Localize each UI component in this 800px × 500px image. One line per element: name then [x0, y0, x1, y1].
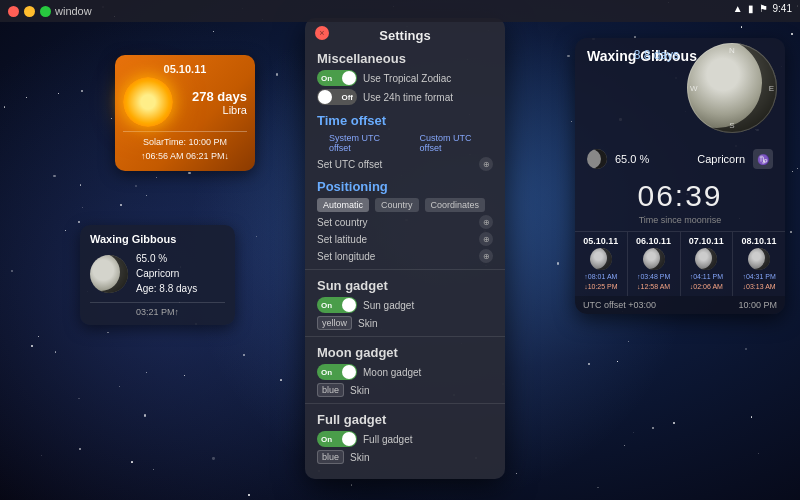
moon-date-date: 08.10.11: [737, 236, 781, 246]
section-positioning-title: Positioning: [317, 179, 493, 194]
toggle-moon-knob: [342, 365, 356, 379]
moon-small-icon: [90, 255, 128, 293]
moon-small-body: 65.0 % Capricorn Age: 8.8 days: [90, 251, 225, 296]
window-title: window: [55, 5, 92, 17]
sign-icon: ♑: [753, 149, 773, 169]
toggle-full-knob: [342, 432, 356, 446]
toggle-sun[interactable]: On Off: [317, 297, 357, 313]
sun-days: 278 days: [192, 89, 247, 104]
moon-set-time: ↓02:06 AM: [685, 282, 729, 292]
toggle-24h[interactable]: On Off: [317, 89, 357, 105]
moon-date-icon: [590, 248, 612, 270]
compass-w: W: [690, 84, 698, 93]
full-gadget-label: Full gadget: [363, 434, 412, 445]
sun-solar-time: SolarTime: 10:00 PM: [123, 136, 247, 150]
moon-rise-time: ↑03:48 PM: [632, 272, 676, 282]
utc-links: System UTC offset Custom UTC offset: [317, 132, 493, 154]
moon-small-info: 65.0 % Capricorn Age: 8.8 days: [136, 251, 197, 296]
divider2: [305, 336, 505, 337]
moon-small-sign: Capricorn: [136, 266, 197, 281]
sun-date: 05.10.11: [123, 63, 247, 75]
local-time: 10:00 PM: [738, 300, 777, 310]
system-utc-link[interactable]: System UTC offset: [329, 133, 390, 153]
compass-n: N: [729, 46, 735, 55]
sun-skin-select[interactable]: yellow: [317, 316, 352, 330]
moon-date-cell: 08.10.11 ↑04:31 PM ↓03:13 AM: [733, 232, 785, 296]
set-latitude-row: Set latitude ⊕: [317, 232, 493, 246]
set-country-icon[interactable]: ⊕: [479, 215, 493, 229]
moon-skin-row: blue Skin: [317, 383, 493, 397]
sun-times: ↑06:56 AM 06:21 PM↓: [123, 150, 247, 164]
toggle-off-label2: Off: [341, 93, 353, 102]
moon-date-date: 07.10.11: [685, 236, 729, 246]
set-latitude-icon[interactable]: ⊕: [479, 232, 493, 246]
moon-date-cell: 06.10.11 ↑03:48 PM ↓12:58 AM: [628, 232, 681, 296]
toggle-sun-on: On: [321, 301, 332, 310]
tab-automatic[interactable]: Automatic: [317, 198, 369, 212]
window-titlebar: window: [0, 0, 800, 22]
toggle-tropical-label: Use Tropical Zodiac: [363, 73, 451, 84]
moon-big-days: 8.8 days: [634, 48, 679, 62]
toggle-24h-label: Use 24h time format: [363, 92, 453, 103]
toggle-sun-knob: [342, 298, 356, 312]
positioning-tabs: Automatic Country Coordinates: [317, 198, 493, 212]
tab-country[interactable]: Country: [375, 198, 419, 212]
compass-e: E: [769, 84, 774, 93]
tab-coordinates[interactable]: Coordinates: [425, 198, 486, 212]
moon-small-title: Waxing Gibbous: [90, 233, 225, 245]
maximize-button[interactable]: [40, 6, 51, 17]
moon-rise-time: ↑04:11 PM: [685, 272, 729, 282]
moon-gadget-label: Moon gadget: [363, 367, 421, 378]
divider1: [305, 269, 505, 270]
sun-gadget-label: Sun gadget: [363, 300, 414, 311]
full-skin-label: Skin: [350, 452, 369, 463]
utc-offset-row: Set UTC offset ⊕: [317, 157, 493, 171]
toggle-full-row: On Off Full gadget: [317, 431, 493, 447]
toggle-knob: [342, 71, 356, 85]
moon-set-time: ↓03:13 AM: [737, 282, 781, 292]
moon-date-times: ↑04:11 PM ↓02:06 AM: [685, 272, 729, 292]
compass-overlay: N S E W: [687, 43, 777, 133]
moon-date-times: ↑03:48 PM ↓12:58 AM: [632, 272, 676, 292]
moon-phase-icon: [587, 149, 607, 169]
moon-big-time: 06:39: [575, 173, 785, 215]
moon-date-cell: 05.10.11 ↑08:01 AM ↓10:25 PM: [575, 232, 628, 296]
moon-date-icon: [695, 248, 717, 270]
utc-offset-icon[interactable]: ⊕: [479, 157, 493, 171]
set-longitude-icon[interactable]: ⊕: [479, 249, 493, 263]
toggle-moon[interactable]: On Off: [317, 364, 357, 380]
full-skin-select[interactable]: blue: [317, 450, 344, 464]
sun-skin-label: Skin: [358, 318, 377, 329]
settings-close-button[interactable]: ×: [315, 26, 329, 40]
utc-offset: UTC offset +03:00: [583, 300, 656, 310]
moon-date-date: 05.10.11: [579, 236, 623, 246]
section-full-title: Full gadget: [317, 412, 493, 427]
section-time-offset-title: Time offset: [317, 113, 493, 128]
sun-sign: Libra: [192, 104, 247, 116]
toggle-full-on: On: [321, 435, 332, 444]
set-country-label: Set country: [317, 217, 368, 228]
toggle-tropical[interactable]: On Off: [317, 70, 357, 86]
sun-icon: [123, 77, 173, 127]
close-button[interactable]: [8, 6, 19, 17]
toggle-full[interactable]: On Off: [317, 431, 357, 447]
compass-s: S: [729, 121, 734, 130]
moon-dates-row: 05.10.11 ↑08:01 AM ↓10:25 PM 06.10.11 ↑0…: [575, 231, 785, 296]
wifi-icon: ▲: [733, 3, 743, 14]
sun-widget-bottom: SolarTime: 10:00 PM ↑06:56 AM 06:21 PM↓: [123, 131, 247, 163]
set-longitude-label: Set longitude: [317, 251, 375, 262]
minimize-button[interactable]: [24, 6, 35, 17]
moon-big-percent-row: 65.0 % Capricorn ♑: [575, 145, 785, 173]
moon-small-time: 03:21 PM↑: [136, 307, 179, 317]
moon-date-times: ↑08:01 AM ↓10:25 PM: [579, 272, 623, 292]
moon-small-age: Age: 8.8 days: [136, 281, 197, 296]
moon-rise-time: ↑04:31 PM: [737, 272, 781, 282]
section-sun-title: Sun gadget: [317, 278, 493, 293]
divider3: [305, 403, 505, 404]
moon-set-time: ↓10:25 PM: [579, 282, 623, 292]
moon-skin-select[interactable]: blue: [317, 383, 344, 397]
status-bar: ▲ ▮ ⚑ 9:41: [733, 3, 792, 14]
set-country-row: Set country ⊕: [317, 215, 493, 229]
custom-utc-link[interactable]: Custom UTC offset: [420, 133, 481, 153]
moon-big-sign-text: Capricorn: [697, 153, 745, 165]
